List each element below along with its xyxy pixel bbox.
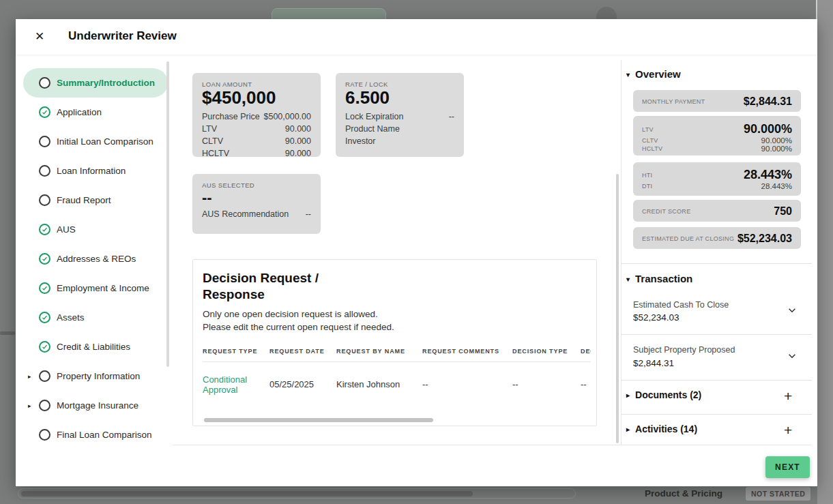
sidebar-item-aus[interactable]: AUS [23,215,168,244]
row-divider [622,334,812,335]
dti-value: 28.443% [761,182,792,190]
sidebar-item-initial-loan-comparison[interactable]: Initial Loan Comparison [23,127,168,156]
stat-label: LTV [642,126,654,133]
sidebar-item-label: Initial Loan Comparison [57,136,154,147]
sidebar-item-loan-information[interactable]: Loan Information [23,156,168,186]
decision-description: Only one open decision request is allowe… [203,308,400,334]
chevron-down-icon[interactable] [787,306,797,315]
row-label: AUS Recommendation [202,208,289,220]
stat-label: DTI [642,183,652,190]
sidebar-item-label: Fraud Report [57,195,111,205]
row-value: 90.000 [285,123,311,135]
sidebar-item-addresses-reos[interactable]: Addresses & REOs [23,244,168,273]
add-activity-button[interactable]: + [784,423,792,437]
transaction-row-label: Subject Property Proposed [633,345,735,355]
row-value: -- [449,110,454,123]
cltv-value: 90.000% [761,136,792,145]
stat-label: ESTIMATED DUE AT CLOSING [642,235,734,242]
decision-date-cell: -- [581,361,591,410]
sidebar-item-property-information[interactable]: ▸ Property Information [23,361,168,391]
caret-right-icon[interactable]: ▸ [28,402,31,409]
empty-circle-icon [39,429,50,441]
request-type-link[interactable]: Conditional Approval [203,361,269,410]
sidebar-item-credit-liabilities[interactable]: Credit & Liabilities [23,332,168,361]
caret-right-icon[interactable]: ▸ [28,373,31,380]
status-badge: NOT STARTED [746,487,810,501]
sidebar-item-employment-income[interactable]: Employment & Income [23,273,168,303]
hcltv-value: 90.000% [761,145,792,153]
check-circle-icon [39,106,50,118]
col-request-by-name: REQUEST BY NAME [336,342,422,362]
loan-amount-card: LOAN AMOUNT $450,000 Purchase Price$500,… [192,73,321,157]
sidebar-item-label: Credit & Liabilities [57,342,130,352]
backdrop-hscrollbar-thumb[interactable] [21,491,473,496]
empty-circle-icon [39,136,50,147]
chevron-down-icon[interactable] [787,351,797,361]
sidebar-item-label: Employment & Income [57,283,149,293]
sidebar-item-fraud-report[interactable]: Fraud Report [23,186,168,215]
row-label: LTV [202,123,217,135]
col-request-date: REQUEST DATE [269,342,336,362]
hti-value: 28.443% [744,168,792,182]
sidebar-item-final-loan-comparison[interactable]: Final Loan Comparison [23,420,168,449]
sidebar-item-label: Mortgage Insurance [57,400,138,411]
sidebar-item-label: Assets [57,312,85,323]
aus-selected-card: AUS SELECTED -- AUS Recommendation-- [192,174,321,234]
stat-label: HTI [642,172,652,179]
sidebar-item-label: Application [57,107,102,117]
row-label: Lock Expiration [345,110,403,123]
sidebar-item-label: Addresses & REOs [57,254,136,264]
caret-right-icon: ▸ [626,391,630,399]
row-value: -- [306,208,311,220]
due-at-closing-value: $52,234.03 [737,233,792,245]
check-circle-icon [39,341,50,353]
stat-label: MONTHLY PAYMENT [642,98,705,105]
section-title: Activities (14) [635,424,697,434]
sidebar-scrollbar[interactable] [166,61,169,367]
ltv-card: LTV 90.000% CLTV 90.000% HCLTV 90.000% [633,116,801,155]
backdrop-divider [816,0,817,19]
next-button[interactable]: NEXT [765,456,810,478]
stat-label: HCLTV [642,145,662,152]
summary-panel: ▾Overview MONTHLY PAYMENT $2,844.31 LTV … [622,60,812,445]
row-label: CLTV [202,135,223,147]
transaction-section-header[interactable]: ▾Transaction [626,273,692,284]
sidebar-item-summary-introduction[interactable]: Summary/Introduction [23,68,168,98]
caret-right-icon: ▸ [626,426,630,433]
col-request-type: REQUEST TYPE [203,342,269,362]
sidebar-item-label: Property Information [57,371,140,381]
table-hscrollbar-thumb[interactable] [204,418,433,422]
table-row: Conditional Approval 05/25/2025 Kirsten … [203,361,591,410]
close-icon[interactable]: ✕ [31,28,48,46]
stat-label: CREDIT SCORE [642,208,690,215]
overview-section-header[interactable]: ▾Overview [626,68,681,80]
sidebar-item-assets[interactable]: Assets [23,303,168,332]
empty-circle-icon [39,77,50,89]
sidebar-item-label: Summary/Introduction [57,78,155,88]
sidebar-item-label: Loan Information [57,166,126,176]
ltv-value: 90.000% [744,122,792,136]
aus-selected-value: -- [202,189,311,206]
row-label: Product Name [345,123,400,135]
empty-circle-icon [39,165,50,177]
hti-dti-card: HTI 28.443% DTI 28.443% [633,162,801,196]
card-label: AUS SELECTED [202,181,311,189]
check-circle-icon [39,253,50,265]
rate-value: 6.500 [345,88,454,108]
caret-down-icon: ▾ [626,71,630,78]
row-label: Purchase Price [202,110,260,123]
due-at-closing-card: ESTIMATED DUE AT CLOSING $52,234.03 [633,227,801,249]
add-document-button[interactable]: + [784,389,792,403]
row-value: 90.000 [285,147,311,160]
sidebar-item-mortgage-insurance[interactable]: ▸ Mortgage Insurance [23,391,168,420]
sidebar-item-application[interactable]: Application [23,98,168,127]
col-decision-type: DECISION TYPE [512,342,581,362]
check-circle-icon [39,224,50,235]
content-scrollbar[interactable] [616,174,619,443]
rate-lock-card: RATE / LOCK 6.500 Lock Expiration-- Prod… [336,73,464,157]
decision-table: REQUEST TYPE REQUEST DATE REQUEST BY NAM… [203,342,591,410]
check-circle-icon [39,312,50,323]
decision-request-response-card: Decision Request / Response Only one ope… [192,259,597,426]
section-title: Documents (2) [635,389,701,400]
credit-score-value: 750 [774,205,792,218]
